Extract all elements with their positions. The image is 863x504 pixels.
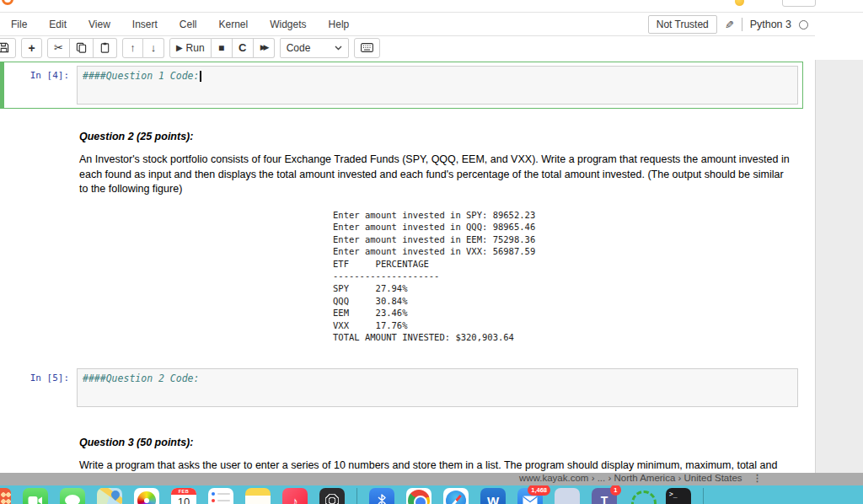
text-cursor <box>200 71 201 82</box>
messages-icon[interactable] <box>60 488 85 504</box>
green-ring-app-icon[interactable] <box>629 488 654 504</box>
code-text: ####Question 1 Code: <box>83 70 199 82</box>
bluetooth-icon <box>376 493 388 504</box>
more-options-icon[interactable]: ⋮ <box>753 473 762 484</box>
cell-type-value: Code <box>287 42 311 54</box>
arrow-up-icon: ↑ <box>130 42 136 53</box>
status-bar-link: www.kayak.com › ... › North America › Un… <box>519 473 742 483</box>
plus-icon: + <box>28 42 35 54</box>
pale-app-icon[interactable] <box>555 488 580 504</box>
menu-cell[interactable]: Cell <box>169 19 208 30</box>
launchpad-icon[interactable] <box>0 488 11 504</box>
chevron-down-icon <box>335 46 342 51</box>
save-button[interactable] <box>0 38 16 58</box>
code-text: ####Question 2 Code: <box>83 373 199 384</box>
copy-cell-button[interactable] <box>70 38 94 58</box>
question2-heading: Question 2 (25 points): <box>79 131 792 142</box>
spiral-app-icon[interactable] <box>319 488 345 504</box>
play-icon: ▶ <box>176 44 183 52</box>
run-label: Run <box>186 42 205 54</box>
teams-letter: T <box>601 494 608 504</box>
question2-markdown: Question 2 (25 points): An Investor's st… <box>79 131 792 344</box>
maps-icon[interactable] <box>97 488 122 504</box>
word-letter: W <box>487 494 499 504</box>
notes-icon[interactable] <box>245 488 271 504</box>
code-cell-5[interactable]: In [5]: ####Question 2 Code: <box>0 364 803 411</box>
music-icon[interactable]: ♪ <box>282 488 308 504</box>
divider <box>742 18 742 31</box>
restart-kernel-button[interactable]: C <box>233 38 254 58</box>
calendar-day: 10 <box>171 495 196 504</box>
kernel-status-icon <box>799 20 808 29</box>
menu-edit[interactable]: Edit <box>38 19 78 30</box>
cell-prompt: In [5]: <box>4 368 77 407</box>
move-cell-up-button[interactable]: ↑ <box>122 38 143 58</box>
bluetooth-app-icon[interactable] <box>369 488 394 504</box>
scissors-icon: ✂ <box>54 42 63 53</box>
code-cell-4[interactable]: In [4]: ####Question 1 Code: <box>0 62 803 109</box>
header-button-fragment[interactable] <box>782 0 816 7</box>
menu-view[interactable]: View <box>78 19 121 30</box>
window-edge-strip <box>815 60 863 504</box>
keyboard-icon <box>361 43 373 52</box>
copy-icon <box>76 42 87 53</box>
run-button[interactable]: ▶ Run <box>169 38 212 58</box>
paste-cell-button[interactable] <box>94 38 117 58</box>
chrome-icon[interactable] <box>406 488 432 504</box>
cell-prompt: In [4]: <box>4 66 77 105</box>
move-cell-down-button[interactable]: ↓ <box>143 38 164 58</box>
kernel-name: Python 3 <box>750 19 791 30</box>
emoji-icon <box>735 0 744 6</box>
reminders-icon[interactable] <box>208 488 233 504</box>
video-camera-icon <box>28 496 43 504</box>
photos-icon[interactable] <box>134 488 159 504</box>
question3-heading: Question 3 (50 points): <box>79 437 792 448</box>
safari-icon[interactable] <box>443 488 469 504</box>
restart-icon: C <box>239 42 246 53</box>
menu-help[interactable]: Help <box>318 19 361 30</box>
question2-body: An Investor's stock portfolio consists o… <box>79 153 792 197</box>
cut-cell-button[interactable]: ✂ <box>47 38 70 58</box>
dock-divider <box>356 488 357 504</box>
jupyter-logo-icon <box>2 0 13 5</box>
calendar-month: FEB <box>171 488 196 495</box>
dock: FEB 10 ♪ W 1,468 1 <box>0 485 863 504</box>
notebook-area: In [4]: ####Question 1 Code: Question 2 … <box>0 60 863 504</box>
paste-icon <box>99 42 110 53</box>
mail-badge: 1,468 <box>528 485 550 496</box>
question2-sample-output: Enter amount invested in SPY: 89652.23 E… <box>333 209 792 345</box>
music-note-icon: ♪ <box>292 494 298 504</box>
terminal-icon[interactable]: >_ <box>666 488 691 504</box>
add-cell-button[interactable]: + <box>21 38 42 58</box>
calendar-icon[interactable]: FEB 10 <box>171 488 196 504</box>
word-icon[interactable]: W <box>480 488 506 504</box>
menu-insert[interactable]: Insert <box>121 19 169 30</box>
cell-type-select[interactable]: Code <box>280 38 349 58</box>
browser-header-fragment <box>0 0 863 13</box>
stop-icon: ■ <box>218 43 224 53</box>
notebook-toolbar: + ✂ ↑ ↓ ▶ Run ■ C ▶▶ Code <box>0 36 815 59</box>
menu-kernel[interactable]: Kernel <box>208 19 260 30</box>
teams-icon[interactable]: 1 T <box>592 488 617 504</box>
jupyter-notebook-window: File Edit View Insert Cell Kernel Widget… <box>0 0 863 504</box>
envelope-icon <box>523 496 538 504</box>
terminal-prompt: >_ <box>669 491 678 498</box>
code-input[interactable]: ####Question 1 Code: <box>77 66 798 105</box>
menu-file[interactable]: File <box>0 19 38 30</box>
fast-forward-icon: ▶▶ <box>260 44 267 51</box>
teams-badge: 1 <box>610 485 621 496</box>
not-trusted-button[interactable]: Not Trusted <box>648 15 717 34</box>
interrupt-kernel-button[interactable]: ■ <box>212 38 233 58</box>
menu-widgets[interactable]: Widgets <box>259 19 317 30</box>
status-bar: www.kayak.com › ... › North America › Un… <box>0 473 863 485</box>
arrow-down-icon: ↓ <box>151 42 157 53</box>
menu-bar: File Edit View Insert Cell Kernel Widget… <box>0 13 815 36</box>
dock-divider <box>703 488 704 504</box>
command-palette-button[interactable] <box>354 38 380 58</box>
mail-icon[interactable]: 1,468 <box>517 488 543 504</box>
pencil-icon[interactable]: ✎ <box>725 19 734 31</box>
code-input[interactable]: ####Question 2 Code: <box>77 368 798 407</box>
save-icon <box>0 42 9 53</box>
restart-run-all-button[interactable]: ▶▶ <box>254 38 275 58</box>
facetime-icon[interactable] <box>23 488 48 504</box>
